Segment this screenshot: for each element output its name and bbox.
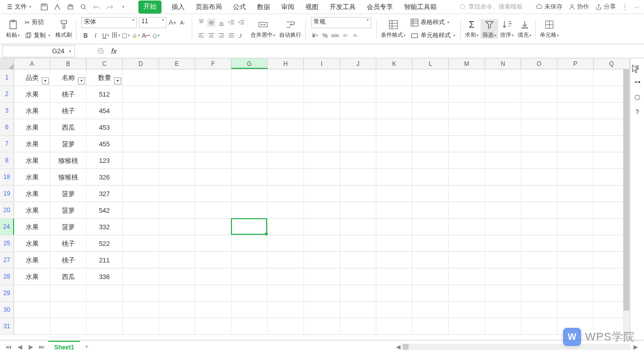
cell[interactable]: [413, 119, 449, 135]
cell[interactable]: 数量▾: [87, 69, 123, 85]
cell[interactable]: [340, 136, 376, 152]
cell-style-button[interactable]: 单元格样式▾: [411, 30, 455, 41]
cell[interactable]: [413, 268, 449, 285]
increase-decimal-icon[interactable]: .0↑: [341, 32, 349, 40]
cell[interactable]: 品类▾: [14, 69, 50, 85]
col-header-H[interactable]: H: [268, 58, 304, 69]
currency-icon[interactable]: ¥▾: [311, 32, 319, 40]
cell[interactable]: 西瓜: [50, 119, 87, 135]
cell[interactable]: 菠萝: [50, 186, 87, 202]
row-header[interactable]: 29: [0, 285, 14, 301]
cell[interactable]: [159, 252, 195, 268]
cell[interactable]: [521, 302, 557, 318]
cell[interactable]: [449, 219, 485, 235]
col-header-C[interactable]: C: [87, 58, 123, 69]
cell[interactable]: [594, 186, 630, 202]
cell[interactable]: 名称▾: [50, 69, 87, 85]
cell[interactable]: [268, 103, 304, 119]
row-header[interactable]: 25: [0, 235, 14, 251]
cell[interactable]: [195, 302, 231, 318]
increase-font-icon[interactable]: A+: [169, 19, 177, 27]
row-header[interactable]: 18: [0, 169, 14, 185]
row-header[interactable]: 6: [0, 119, 14, 135]
cell[interactable]: [485, 169, 521, 185]
align-center-icon[interactable]: [207, 32, 215, 40]
cell[interactable]: [50, 318, 87, 334]
cell[interactable]: [304, 302, 340, 318]
cell[interactable]: [268, 219, 304, 235]
cell[interactable]: [268, 302, 304, 318]
prev-sheet-icon[interactable]: ◀: [15, 342, 24, 351]
cell[interactable]: 336: [87, 268, 123, 285]
cell[interactable]: [594, 169, 630, 185]
cell[interactable]: [557, 285, 594, 301]
tab-数据[interactable]: 数据: [256, 1, 271, 14]
cell[interactable]: [376, 152, 413, 168]
cell[interactable]: [521, 219, 557, 235]
cell[interactable]: [304, 202, 340, 218]
cell[interactable]: [449, 119, 485, 135]
col-header-D[interactable]: D: [123, 58, 159, 69]
cell[interactable]: [521, 268, 557, 285]
cell[interactable]: 332: [87, 219, 123, 235]
cell[interactable]: [268, 318, 304, 334]
cell[interactable]: [195, 119, 231, 135]
cell[interactable]: [123, 285, 159, 301]
cell[interactable]: 542: [87, 202, 123, 218]
cell[interactable]: [159, 69, 195, 85]
cell[interactable]: [340, 69, 376, 85]
tab-页面布局[interactable]: 页面布局: [195, 1, 223, 14]
cell[interactable]: [485, 268, 521, 285]
more-icon[interactable]: ⋮: [622, 4, 628, 11]
cell[interactable]: [521, 252, 557, 268]
cell[interactable]: [557, 235, 594, 251]
decrease-indent-icon[interactable]: [227, 19, 235, 27]
cell[interactable]: 菠萝: [50, 202, 87, 218]
cell[interactable]: [195, 69, 231, 85]
cell[interactable]: [449, 152, 485, 168]
cell[interactable]: [268, 86, 304, 102]
sort-button[interactable]: 排序▾: [498, 19, 516, 39]
cell[interactable]: [340, 119, 376, 135]
tab-审阅[interactable]: 审阅: [280, 1, 295, 14]
cell[interactable]: [304, 252, 340, 268]
cell[interactable]: [413, 103, 449, 119]
cell[interactable]: [50, 285, 87, 301]
cell[interactable]: [231, 152, 268, 168]
cell[interactable]: [87, 285, 123, 301]
cell[interactable]: [413, 202, 449, 218]
cell[interactable]: [557, 152, 594, 168]
align-right-icon[interactable]: [217, 32, 225, 40]
copy-button[interactable]: 复制▾: [25, 30, 50, 41]
cell[interactable]: [449, 202, 485, 218]
cell[interactable]: [159, 152, 195, 168]
cell-button[interactable]: 单元格▾: [538, 19, 561, 39]
cell[interactable]: [268, 69, 304, 85]
cell[interactable]: [413, 252, 449, 268]
bold-icon[interactable]: B: [82, 32, 90, 40]
cell[interactable]: [557, 302, 594, 318]
cell[interactable]: [268, 285, 304, 301]
cell[interactable]: [14, 302, 50, 318]
cell[interactable]: 455: [87, 136, 123, 152]
share-link[interactable]: 分享: [595, 3, 616, 11]
cell[interactable]: 326: [87, 169, 123, 185]
cell[interactable]: [268, 152, 304, 168]
cell[interactable]: [123, 186, 159, 202]
cell[interactable]: [231, 268, 268, 285]
cell[interactable]: [594, 69, 630, 85]
cell[interactable]: [123, 252, 159, 268]
cell[interactable]: [376, 202, 413, 218]
cell[interactable]: [376, 103, 413, 119]
cell[interactable]: [195, 285, 231, 301]
cell[interactable]: [195, 86, 231, 102]
row-header[interactable]: 30: [0, 302, 14, 318]
cell[interactable]: [557, 186, 594, 202]
cell[interactable]: [159, 318, 195, 334]
col-header-G[interactable]: G: [231, 58, 268, 69]
sum-button[interactable]: Σ 求和▾: [463, 20, 480, 39]
cell[interactable]: [231, 302, 268, 318]
cell[interactable]: [304, 318, 340, 334]
cell[interactable]: [557, 119, 594, 135]
align-middle-icon[interactable]: [207, 19, 215, 27]
